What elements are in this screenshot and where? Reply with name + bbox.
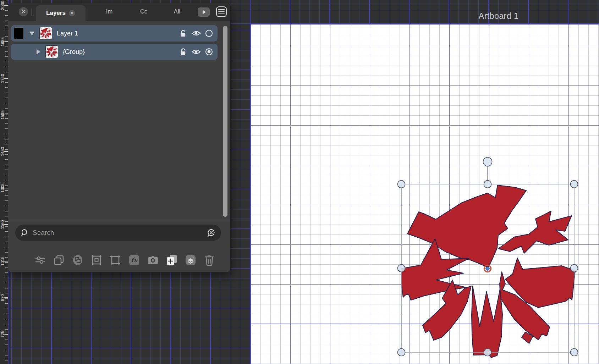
- tab-layers[interactable]: Layers ✕: [36, 5, 86, 21]
- tab-align[interactable]: Ali: [166, 8, 188, 15]
- ruler-ticks: [5, 0, 8, 364]
- layer-row-layer1[interactable]: Layer 1: [11, 25, 218, 42]
- panel-tab-bar: ✕ Layers ✕ Im Cc Ali: [8, 3, 230, 21]
- adjustments-icon[interactable]: [34, 254, 46, 266]
- layers-panel: ✕ Layers ✕ Im Cc Ali Layer 1: [8, 3, 231, 272]
- ruler-major-tick: [4, 334, 8, 335]
- group-thumbnail: [45, 45, 58, 58]
- ruler-major-tick: [4, 188, 8, 188]
- eye-visible-icon[interactable]: [192, 29, 201, 38]
- duplicate-icon[interactable]: [53, 254, 65, 266]
- handle-mid-right[interactable]: [571, 265, 578, 272]
- disclosure-right-icon[interactable]: [37, 49, 40, 54]
- layers-toolbar: fx: [8, 252, 230, 268]
- close-panel-icon[interactable]: ✕: [19, 7, 28, 16]
- boolean-ops-icon[interactable]: [71, 254, 84, 266]
- handle-bottom-center[interactable]: [484, 349, 491, 356]
- panel-scrollbar[interactable]: [223, 26, 227, 217]
- tab-images[interactable]: Im: [99, 8, 120, 15]
- ruler-major-tick: [4, 78, 8, 79]
- layer-name[interactable]: Layer 1: [57, 30, 78, 37]
- target-empty-icon[interactable]: [205, 29, 213, 38]
- ruler-major-tick: [4, 42, 8, 42]
- target-selected-icon[interactable]: [205, 48, 213, 56]
- app-window: Artboard 1 20301885174015951450130511601…: [0, 0, 599, 364]
- merge-layers-icon[interactable]: [184, 254, 197, 266]
- panel-divider: [8, 221, 230, 221]
- camera-icon[interactable]: [147, 254, 159, 266]
- group-name[interactable]: {Group}: [63, 48, 85, 56]
- tab-layers-label: Layers: [46, 10, 66, 17]
- search-bar: [15, 225, 221, 241]
- panel-menu-icon[interactable]: [216, 6, 227, 17]
- ruler-major-tick: [4, 297, 8, 298]
- lock-open-icon[interactable]: [179, 48, 188, 56]
- tab-overflow-icon[interactable]: [198, 7, 210, 17]
- trash-icon[interactable]: [203, 254, 216, 266]
- ruler-major-tick: [4, 115, 8, 115]
- effects-fx-icon[interactable]: fx: [128, 254, 141, 266]
- mask-icon[interactable]: [90, 254, 103, 266]
- disclosure-down-icon[interactable]: [29, 32, 34, 35]
- lock-open-icon[interactable]: [179, 29, 188, 38]
- layer-thumbnail: [39, 27, 52, 40]
- ruler-label: 2030: [0, 0, 5, 12]
- transform-frame-icon[interactable]: [109, 254, 122, 266]
- ruler-major-tick: [4, 151, 8, 152]
- vertical-ruler: 20301885174015951450130511601015870725: [0, 0, 8, 364]
- svg-text:fx: fx: [131, 257, 138, 264]
- layer-row-group[interactable]: {Group}: [11, 44, 218, 60]
- handle-bottom-left[interactable]: [398, 349, 405, 356]
- clear-search-icon[interactable]: [207, 228, 215, 237]
- handle-mid-left[interactable]: [398, 265, 405, 272]
- handle-top-left[interactable]: [398, 181, 405, 188]
- tab-color[interactable]: Cc: [133, 8, 154, 15]
- layer-color-swatch[interactable]: [14, 27, 24, 39]
- magnifier-icon: [21, 229, 29, 237]
- ruler-major-tick: [4, 224, 8, 225]
- shape-center-dot: [486, 267, 489, 270]
- handle-bottom-right[interactable]: [571, 349, 578, 356]
- search-input[interactable]: [32, 228, 207, 237]
- ruler-major-tick: [4, 261, 8, 261]
- ruler-major-tick: [4, 5, 8, 6]
- handle-top-center[interactable]: [484, 181, 491, 188]
- rotation-handle[interactable]: [483, 158, 492, 166]
- close-tab-icon[interactable]: ✕: [69, 10, 75, 16]
- eye-visible-icon[interactable]: [192, 48, 201, 56]
- handle-top-right[interactable]: [571, 181, 578, 188]
- add-layer-icon[interactable]: [165, 254, 178, 266]
- layers-list: Layer 1: [11, 25, 218, 62]
